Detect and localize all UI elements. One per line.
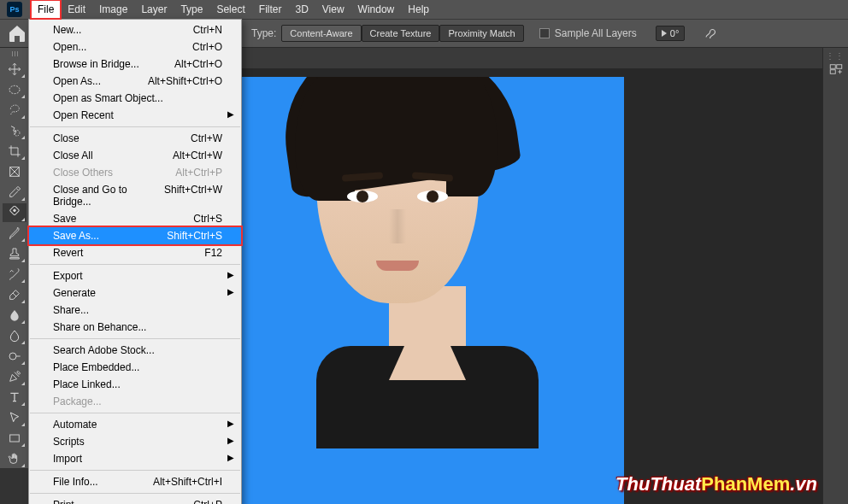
angle-input[interactable]: 0° bbox=[656, 26, 686, 41]
menu-view[interactable]: View bbox=[315, 0, 351, 19]
sample-all-layers-checkbox[interactable] bbox=[539, 28, 550, 38]
menu-file[interactable]: File bbox=[31, 0, 61, 19]
watermark: ThuThuatPhanMem.vn bbox=[615, 473, 817, 495]
svg-rect-6 bbox=[10, 435, 20, 442]
blur-tool[interactable] bbox=[3, 326, 26, 345]
menu-item-share[interactable]: Share... bbox=[29, 302, 241, 319]
menu-item-close-all[interactable]: Close AllAlt+Ctrl+W bbox=[29, 147, 241, 164]
menu-image[interactable]: Image bbox=[92, 0, 134, 19]
menu-item-print[interactable]: Print...Ctrl+P bbox=[29, 496, 241, 504]
opt-btn-content-aware[interactable]: Content-Aware bbox=[281, 25, 361, 42]
menu-item-close-others: Close OthersAlt+Ctrl+P bbox=[29, 164, 241, 181]
menu-item-import[interactable]: Import▶ bbox=[29, 450, 241, 467]
menu-item-search-adobe-stock[interactable]: Search Adobe Stock... bbox=[29, 342, 241, 359]
menu-item-open-as-smart-object[interactable]: Open as Smart Object... bbox=[29, 90, 241, 107]
file-menu-dropdown: New...Ctrl+NOpen...Ctrl+OBrowse in Bridg… bbox=[28, 19, 242, 504]
options-type-label: Type: bbox=[251, 27, 276, 39]
menu-item-browse-in-bridge[interactable]: Browse in Bridge...Alt+Ctrl+O bbox=[29, 56, 241, 73]
sample-all-layers-label: Sample All Layers bbox=[555, 27, 637, 39]
dodge-tool[interactable] bbox=[3, 347, 26, 366]
document-photo bbox=[231, 77, 624, 504]
menu-type[interactable]: Type bbox=[174, 0, 209, 19]
menu-item-file-info[interactable]: File Info...Alt+Shift+Ctrl+I bbox=[29, 473, 241, 490]
menu-item-close-and-go-to-bridge[interactable]: Close and Go to Bridge...Shift+Ctrl+W bbox=[29, 181, 241, 210]
menu-item-open-as[interactable]: Open As...Alt+Shift+Ctrl+O bbox=[29, 73, 241, 90]
frame-tool[interactable] bbox=[3, 162, 26, 181]
menu-item-generate[interactable]: Generate▶ bbox=[29, 284, 241, 302]
menu-item-automate[interactable]: Automate▶ bbox=[29, 416, 241, 433]
path-selection-tool[interactable] bbox=[3, 408, 26, 427]
lasso-tool[interactable] bbox=[3, 101, 26, 120]
crop-tool[interactable] bbox=[3, 142, 26, 161]
brush-tool[interactable] bbox=[3, 224, 26, 243]
right-panel-strip: ⋮⋮ bbox=[822, 48, 848, 504]
opt-btn-proximity-match[interactable]: Proximity Match bbox=[439, 25, 523, 42]
type-tool[interactable] bbox=[3, 388, 26, 407]
menu-3d[interactable]: 3D bbox=[288, 0, 315, 19]
menu-item-place-embedded[interactable]: Place Embedded... bbox=[29, 359, 241, 376]
stamp-tool[interactable] bbox=[3, 244, 26, 263]
menu-select[interactable]: Select bbox=[209, 0, 251, 19]
app-logo: Ps bbox=[7, 2, 22, 17]
angle-icon bbox=[662, 30, 667, 37]
svg-rect-7 bbox=[830, 65, 835, 69]
menu-item-open[interactable]: Open...Ctrl+O bbox=[29, 38, 241, 56]
svg-rect-8 bbox=[836, 65, 841, 69]
menu-item-scripts[interactable]: Scripts▶ bbox=[29, 433, 241, 450]
menu-filter[interactable]: Filter bbox=[252, 0, 289, 19]
eyedropper-tool[interactable] bbox=[3, 183, 26, 202]
eraser-tool[interactable] bbox=[3, 285, 26, 304]
history-brush-tool[interactable] bbox=[3, 265, 26, 284]
panel-icon[interactable] bbox=[828, 62, 844, 80]
home-icon[interactable] bbox=[7, 23, 27, 44]
menu-layer[interactable]: Layer bbox=[134, 0, 174, 19]
svg-point-5 bbox=[9, 353, 16, 360]
menu-item-share-on-behance[interactable]: Share on Behance... bbox=[29, 319, 241, 336]
menu-item-new[interactable]: New...Ctrl+N bbox=[29, 21, 241, 38]
svg-point-4 bbox=[14, 209, 16, 212]
rectangle-tool[interactable] bbox=[3, 429, 26, 448]
marquee-tool[interactable] bbox=[3, 80, 26, 99]
menu-edit[interactable]: Edit bbox=[61, 0, 92, 19]
move-tool[interactable] bbox=[3, 60, 26, 79]
svg-rect-9 bbox=[830, 70, 835, 74]
menu-window[interactable]: Window bbox=[351, 0, 402, 19]
menu-item-close[interactable]: CloseCtrl+W bbox=[29, 130, 241, 147]
pen-tool[interactable] bbox=[3, 367, 26, 386]
menu-item-save-as[interactable]: Save As...Shift+Ctrl+S bbox=[29, 227, 241, 244]
menu-item-revert[interactable]: RevertF12 bbox=[29, 244, 241, 261]
opt-btn-create-texture[interactable]: Create Texture bbox=[362, 25, 440, 42]
hand-tool[interactable] bbox=[3, 449, 26, 468]
brush-settings-icon[interactable] bbox=[704, 26, 719, 41]
quick-selection-tool[interactable] bbox=[3, 121, 26, 140]
menu-item-package: Package... bbox=[29, 393, 241, 410]
menu-item-save[interactable]: SaveCtrl+S bbox=[29, 210, 241, 227]
toolbox bbox=[0, 48, 29, 468]
menu-item-export[interactable]: Export▶ bbox=[29, 267, 241, 284]
menu-item-place-linked[interactable]: Place Linked... bbox=[29, 376, 241, 393]
svg-point-0 bbox=[9, 85, 20, 93]
menu-item-open-recent[interactable]: Open Recent▶ bbox=[29, 107, 241, 124]
menu-bar: Ps FileEditImageLayerTypeSelectFilter3DV… bbox=[0, 0, 848, 19]
gradient-tool[interactable] bbox=[3, 306, 26, 325]
spot-healing-tool[interactable] bbox=[3, 203, 26, 222]
menu-help[interactable]: Help bbox=[401, 0, 436, 19]
